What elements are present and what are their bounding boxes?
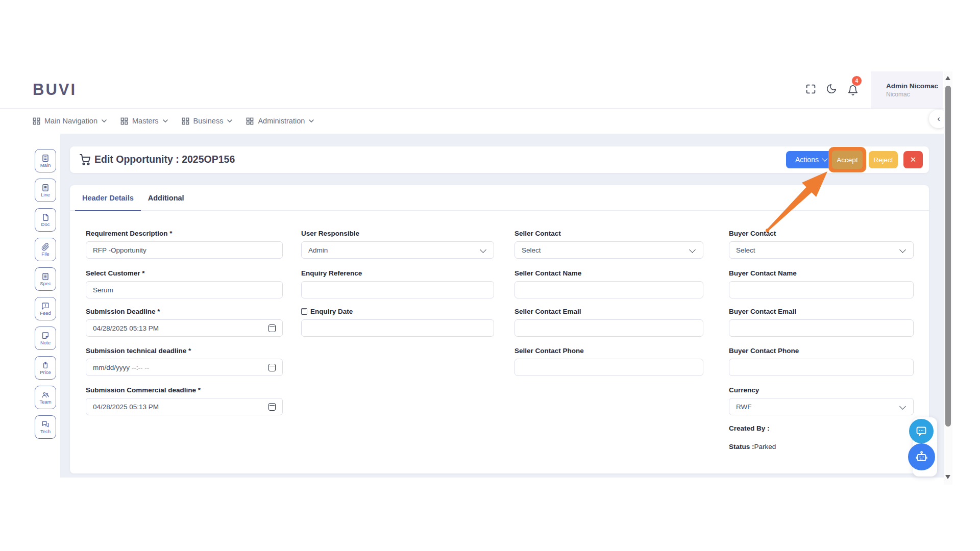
field-buyer-contact: Buyer Contact Select xyxy=(729,229,914,259)
tab-header-details[interactable]: Header Details xyxy=(75,185,141,211)
dark-mode-moon-icon[interactable] xyxy=(826,83,837,94)
field-select-customer: Select Customer * xyxy=(86,268,283,298)
scrollbar-thumb[interactable] xyxy=(945,86,951,427)
status-value: Parked xyxy=(754,443,776,450)
notifications-bell-icon[interactable] xyxy=(847,85,859,96)
field-enquiry-date: Enquiry Date xyxy=(301,307,494,337)
chevron-down-icon xyxy=(163,119,168,123)
chevron-down-icon xyxy=(689,246,696,253)
field-seller-contact-phone: Seller Contact Phone xyxy=(514,346,703,376)
cart-icon xyxy=(79,154,91,166)
seller-contact-select[interactable]: Select xyxy=(514,241,703,259)
price-tag-icon xyxy=(41,361,50,369)
document-lines-icon xyxy=(41,184,50,192)
tab-bar: Header Details Additional xyxy=(70,185,929,211)
chevron-down-icon xyxy=(480,246,486,253)
chat-message-button[interactable] xyxy=(909,419,934,443)
nav-label: Masters xyxy=(132,117,159,125)
chevron-down-icon xyxy=(309,119,314,123)
chat-alert-icon xyxy=(41,302,50,310)
requirement-description-input[interactable] xyxy=(86,241,283,259)
user-subtitle: Nicomac xyxy=(886,90,943,98)
close-button[interactable]: ✕ xyxy=(903,151,923,168)
sidebar-item-main[interactable]: Main xyxy=(35,149,56,172)
sidebar-item-spec[interactable]: Spec xyxy=(35,267,56,291)
field-buyer-contact-phone: Buyer Contact Phone xyxy=(729,346,914,376)
sidebar-item-price[interactable]: Price xyxy=(35,356,56,380)
field-requirement-description: Requirement Description * xyxy=(86,229,283,259)
nav-item-administration[interactable]: Administration xyxy=(246,117,314,125)
sidebar-item-tech[interactable]: Tech xyxy=(35,415,56,439)
user-responsible-select[interactable]: Admin xyxy=(301,241,494,259)
nav-item-masters[interactable]: Masters xyxy=(120,117,168,125)
user-name: Admin Nicomac xyxy=(886,82,943,90)
created-by-text: Created By : xyxy=(729,424,770,432)
buyer-contact-select[interactable]: Select xyxy=(729,241,914,259)
tab-additional[interactable]: Additional xyxy=(141,185,191,211)
vertical-scrollbar xyxy=(944,71,952,485)
seller-contact-name-input[interactable] xyxy=(514,281,703,298)
buyer-contact-email-input[interactable] xyxy=(729,319,914,337)
sticky-note-icon xyxy=(41,332,50,340)
field-submission-technical-deadline: Submission technical deadline * mm/dd/yy… xyxy=(86,346,283,376)
field-buyer-contact-email: Buyer Contact Email xyxy=(729,307,914,337)
calendar-icon[interactable] xyxy=(268,364,276,371)
submission-commercial-deadline-input[interactable]: 04/28/2025 05:13 PM xyxy=(86,398,283,415)
accept-button-highlight-ring: Accept xyxy=(828,147,866,172)
calendar-icon[interactable] xyxy=(268,403,276,411)
chat-bubbles-icon xyxy=(41,420,50,429)
nav-item-business[interactable]: Business xyxy=(182,117,233,125)
brand-logo: BUVI xyxy=(33,81,77,99)
team-people-icon xyxy=(41,391,50,399)
accept-button[interactable]: Accept xyxy=(832,151,863,169)
field-seller-contact-name: Seller Contact Name xyxy=(514,268,703,298)
seller-contact-email-input[interactable] xyxy=(514,319,703,337)
buyer-contact-name-input[interactable] xyxy=(729,281,914,298)
sidebar-item-line[interactable]: Line xyxy=(35,179,56,202)
app-root: BUVI 4 Admin Nicomac Nicomac Main Naviga… xyxy=(0,0,980,551)
chevron-down-icon xyxy=(227,119,232,123)
grid-icon xyxy=(246,117,254,125)
chevron-down-icon xyxy=(899,246,906,253)
reject-button[interactable]: Reject xyxy=(869,151,898,168)
field-submission-deadline: Submission Deadline * 04/28/2025 05:13 P… xyxy=(86,307,283,337)
currency-select[interactable]: RWF xyxy=(729,398,914,415)
scroll-down-arrow[interactable] xyxy=(945,475,950,479)
page-title: Edit Opportunity : 2025OP156 xyxy=(94,154,235,165)
fullscreen-icon[interactable] xyxy=(805,84,816,94)
enquiry-reference-input[interactable] xyxy=(301,281,494,298)
sidebar-item-file[interactable]: File xyxy=(35,238,56,261)
sidebar-item-doc[interactable]: Doc xyxy=(35,208,56,232)
sidebar-item-feed[interactable]: Feed xyxy=(35,297,56,320)
grid-icon xyxy=(33,117,40,125)
select-customer-input[interactable] xyxy=(86,281,283,298)
submission-deadline-input[interactable]: 04/28/2025 05:13 PM xyxy=(86,319,283,337)
field-buyer-contact-name: Buyer Contact Name xyxy=(729,268,914,298)
nav-label: Main Navigation xyxy=(44,117,97,125)
chevron-down-icon xyxy=(102,119,107,123)
nav-item-main-navigation[interactable]: Main Navigation xyxy=(33,117,107,125)
nav-label: Business xyxy=(193,117,224,125)
seller-contact-phone-input[interactable] xyxy=(514,359,703,376)
field-submission-commercial-deadline: Submission Commercial deadline * 04/28/2… xyxy=(86,385,283,415)
chevron-down-icon xyxy=(899,403,906,410)
field-seller-contact: Seller Contact Select xyxy=(514,229,703,259)
sidebar-item-team[interactable]: Team xyxy=(35,386,56,409)
field-seller-contact-email: Seller Contact Email xyxy=(514,307,703,337)
submission-technical-deadline-input[interactable]: mm/dd/yyyy --:-- -- xyxy=(86,359,283,376)
chevron-down-icon xyxy=(822,156,827,161)
calendar-icon[interactable] xyxy=(268,324,276,332)
scroll-up-arrow[interactable] xyxy=(945,76,950,80)
nav-label: Administration xyxy=(258,117,305,125)
grid-icon xyxy=(182,117,189,125)
chat-bot-button[interactable] xyxy=(908,443,935,470)
sidebar-item-note[interactable]: Note xyxy=(35,327,56,350)
calendar-icon xyxy=(301,308,307,315)
user-menu[interactable]: Admin Nicomac Nicomac xyxy=(871,71,943,108)
status-text: Status :Parked xyxy=(729,443,776,450)
buyer-contact-phone-input[interactable] xyxy=(729,359,914,376)
opportunity-form-card: Header Details Additional Requirement De… xyxy=(70,185,929,473)
document-lines-icon xyxy=(41,272,50,281)
enquiry-date-input[interactable] xyxy=(301,319,494,337)
field-enquiry-reference: Enquiry Reference xyxy=(301,268,494,298)
